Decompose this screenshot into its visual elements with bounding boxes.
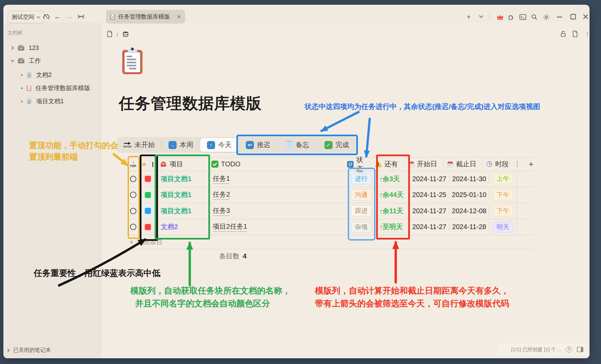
toggle-panel-icon[interactable] xyxy=(577,346,583,353)
top-checkbox-cell[interactable] xyxy=(127,192,139,198)
column-header-status[interactable]: 状态 xyxy=(344,155,370,173)
column-header-priority[interactable]: ★| xyxy=(139,161,156,168)
sidebar-item-1[interactable]: 123 xyxy=(3,42,101,54)
todo-cell[interactable]: 任务1 xyxy=(209,174,348,184)
new-tab-icon[interactable]: + xyxy=(467,13,471,20)
priority-cell[interactable] xyxy=(139,222,157,232)
remaining-cell[interactable]: ↑余3天 xyxy=(374,174,409,184)
start-date-cell[interactable]: 2024-11-25 xyxy=(409,191,449,199)
todo-cell[interactable]: 项目2任务1 xyxy=(209,222,348,232)
top-checkbox-cell[interactable] xyxy=(127,208,139,214)
breadcrumb-separator: / xyxy=(116,32,118,38)
top-checkbox-cell[interactable] xyxy=(127,224,139,230)
project-cell[interactable]: 文档2 xyxy=(157,222,209,231)
slot-cell[interactable]: 下午 xyxy=(489,205,517,216)
todo-cell[interactable]: 任务2 xyxy=(209,190,348,200)
doc-emoji-clipboard-icon[interactable] xyxy=(121,47,144,77)
column-header-project[interactable]: 项目 xyxy=(156,160,207,169)
remaining-cell[interactable]: ↑至明天 xyxy=(374,222,409,231)
status-cell[interactable]: 进行 xyxy=(348,173,374,184)
bullet-dot xyxy=(21,74,23,76)
checkbox-icon[interactable] xyxy=(130,208,136,214)
status-cell[interactable]: 沟通 xyxy=(348,190,374,200)
sidebar-item-3[interactable]: 文档2 xyxy=(3,69,101,81)
column-header-slot[interactable]: 时段 xyxy=(482,160,510,169)
start-date-cell[interactable]: 2024-11-27 xyxy=(409,207,449,215)
view-tab-5[interactable]: 备忘 xyxy=(278,137,317,153)
back-icon[interactable]: ← xyxy=(54,13,61,20)
forward-icon[interactable]: → xyxy=(66,13,73,20)
chevron-right-icon[interactable] xyxy=(10,46,15,50)
add-column-icon[interactable]: + xyxy=(528,160,533,168)
column-header-remaining[interactable]: 还有 xyxy=(370,160,404,169)
star-icon: ★ xyxy=(141,161,147,168)
priority-cell[interactable] xyxy=(139,174,157,184)
column-more-icon[interactable]: ⋮ xyxy=(514,160,520,168)
checkbox-icon[interactable] xyxy=(130,176,136,182)
slot-cell[interactable]: 下午 xyxy=(489,190,517,200)
todo-cell[interactable]: 任务3 xyxy=(209,206,348,216)
workspace-switcher[interactable]: 测试空间 xyxy=(8,11,44,23)
table-row-3: 项目文档1任务3跟进↑余11天2024-11-272024-12-08下午 xyxy=(127,203,533,219)
search-icon[interactable] xyxy=(531,13,538,21)
column-header-due[interactable]: 截止日 xyxy=(443,160,482,169)
add-row-button[interactable]: + 添加条目 xyxy=(127,235,533,249)
remaining-cell[interactable]: ↑余11天 xyxy=(374,206,409,216)
due-date-cell[interactable]: 2024-11-28 xyxy=(449,223,489,231)
status-tag: 沟通 xyxy=(351,190,371,200)
slot-cell[interactable]: 明天 xyxy=(489,222,517,232)
tab-menu-chevron-icon[interactable] xyxy=(479,15,484,18)
close-window-icon[interactable] xyxy=(583,14,589,20)
priority-cell[interactable] xyxy=(139,190,157,200)
terminal-icon[interactable] xyxy=(519,14,526,20)
view-tab-3[interactable]: ↑今天 xyxy=(200,138,239,152)
theme-sun-icon[interactable] xyxy=(543,13,550,21)
top-checkbox-cell[interactable] xyxy=(127,176,139,182)
status-cell[interactable]: 跟进 xyxy=(348,205,374,216)
cloud-off-icon[interactable] xyxy=(43,13,50,21)
minimize-icon[interactable] xyxy=(556,17,563,18)
help-icon[interactable]: ? xyxy=(566,346,572,353)
chevron-down-icon[interactable] xyxy=(10,58,15,63)
view-tab-1[interactable]: SOON未开始 xyxy=(117,137,161,153)
breadcrumb-doc-icon[interactable] xyxy=(106,30,113,37)
project-cell[interactable]: 项目文档1 xyxy=(157,174,209,184)
view-tab-6[interactable]: ✓完成 xyxy=(317,137,356,153)
doc-info-icon[interactable] xyxy=(572,30,578,37)
project-cell[interactable]: 项目文档1 xyxy=(157,206,209,216)
column-header-top[interactable]: ↑TOP xyxy=(127,161,139,168)
row-count: 条目数 4 xyxy=(127,249,533,263)
column-header-todo[interactable]: TODO xyxy=(207,160,344,168)
checkbox-icon[interactable] xyxy=(130,224,136,230)
sidebar-item-4[interactable]: 任务管理数据库模版 xyxy=(3,82,101,94)
view-tab-2[interactable]: →本周 xyxy=(162,137,200,153)
due-date-cell[interactable]: 2024-11-30 xyxy=(449,175,489,183)
crown-vip-icon[interactable] xyxy=(496,13,504,21)
due-date-cell[interactable]: 2025-01-10 xyxy=(449,191,489,199)
chevron-down-icon xyxy=(36,16,41,19)
view-tab-4[interactable]: ↩推迟 xyxy=(239,137,278,153)
plugin-puzzle-icon[interactable] xyxy=(507,13,515,21)
maximize-icon[interactable] xyxy=(570,14,576,20)
clipboard-icon xyxy=(26,85,31,91)
breadcrumb-database-icon[interactable] xyxy=(122,31,129,37)
checkbox-icon[interactable] xyxy=(130,192,136,198)
remaining-cell[interactable]: ↑余44天 xyxy=(374,190,409,199)
column-header-start[interactable]: 开始日 xyxy=(404,160,443,169)
document-tab[interactable]: 任务管理数据库模版 ✕ xyxy=(106,10,185,24)
start-date-cell[interactable]: 2024-11-27 xyxy=(409,223,449,231)
due-date-cell[interactable]: 2024-12-08 xyxy=(449,207,489,215)
slot-cell[interactable]: 上午 xyxy=(489,173,517,184)
resize-panel-icon[interactable] xyxy=(78,13,84,20)
sidebar-item-2[interactable]: 工作 xyxy=(3,55,101,66)
status-cell[interactable]: 杂项 xyxy=(348,222,374,232)
sidebar-item-5[interactable]: 项目文档1 xyxy=(3,95,101,107)
priority-cell[interactable] xyxy=(139,206,157,216)
close-tab-icon[interactable]: ✕ xyxy=(177,14,181,20)
unlock-icon[interactable] xyxy=(560,30,567,37)
app-window: 测试空间 ← → 任务管理数据库模版 ✕ + xyxy=(3,5,590,358)
more-options-icon[interactable]: ⋮ xyxy=(584,31,590,38)
closed-notebooks-row[interactable]: 已关闭的笔记本 xyxy=(6,347,51,354)
start-date-cell[interactable]: 2024-11-27 xyxy=(409,175,449,183)
project-cell[interactable]: 项目文档1 xyxy=(157,190,209,199)
